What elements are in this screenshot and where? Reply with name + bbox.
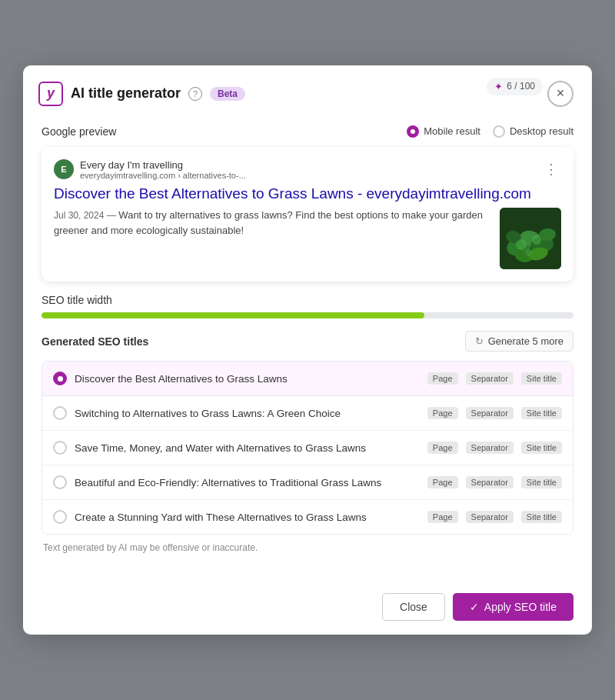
mobile-radio[interactable] — [407, 125, 419, 138]
tag-separator-0: Separator — [466, 372, 514, 385]
tag-separator-3: Separator — [466, 476, 514, 488]
credit-star-icon: ✦ — [494, 81, 503, 92]
google-preview-card: E Every day I'm travelling everydayimtra… — [42, 147, 573, 282]
apply-label: Apply SEO title — [484, 601, 557, 613]
ai-title-generator-modal: ✦ 6 / 100 y AI title generator ? Beta × … — [23, 65, 592, 635]
svg-point-9 — [532, 235, 541, 245]
tag-sitetitle-2: Site title — [521, 442, 562, 454]
title-options-list: Discover the Best Alternatives to Grass … — [42, 361, 573, 535]
apply-checkmark-icon: ✓ — [470, 601, 479, 613]
modal-body: Google preview Mobile result Desktop res… — [23, 118, 592, 585]
tag-separator-2: Separator — [466, 442, 514, 454]
desktop-toggle[interactable]: Desktop result — [493, 125, 573, 138]
title-radio-0[interactable] — [53, 372, 67, 385]
google-card-date: Jul 30, 2024 — [54, 210, 104, 221]
desktop-radio[interactable] — [493, 125, 505, 138]
generated-titles-label: Generated SEO titles — [42, 335, 148, 348]
google-card-body: Jul 30, 2024 — Want to try alternatives … — [54, 208, 561, 269]
tag-page-1: Page — [427, 407, 458, 419]
tag-page-0: Page — [427, 372, 458, 385]
google-preview-header: Google preview Mobile result Desktop res… — [42, 118, 573, 138]
tag-page-4: Page — [427, 511, 458, 523]
google-card-site: E Every day I'm travelling everydayimtra… — [54, 159, 246, 180]
google-card-title: Discover the Best Alternatives to Grass … — [54, 185, 561, 204]
close-footer-button[interactable]: Close — [382, 593, 445, 621]
generate-more-label: Generate 5 more — [488, 335, 563, 347]
site-name: Every day I'm travelling — [80, 159, 246, 171]
title-option-2[interactable]: Save Time, Money, and Water with Alterna… — [42, 431, 573, 465]
svg-point-8 — [516, 239, 527, 250]
title-option-3[interactable]: Beautiful and Eco-Friendly: Alternatives… — [42, 465, 573, 500]
title-radio-4[interactable] — [53, 510, 67, 524]
tag-sitetitle-1: Site title — [521, 407, 562, 419]
tag-separator-4: Separator — [466, 511, 514, 523]
seo-width-section: SEO title width — [42, 294, 573, 318]
title-option-4[interactable]: Create a Stunning Yard with These Altern… — [42, 500, 573, 534]
title-option-1[interactable]: Switching to Alternatives to Grass Lawns… — [42, 396, 573, 431]
tag-page-3: Page — [427, 476, 458, 488]
tag-separator-1: Separator — [466, 407, 514, 419]
title-radio-3[interactable] — [53, 475, 67, 489]
title-text-2: Save Time, Money, and Water with Alterna… — [75, 442, 420, 454]
mobile-label: Mobile result — [424, 125, 480, 137]
refresh-icon: ↻ — [475, 335, 484, 347]
svg-point-10 — [525, 248, 533, 256]
seo-width-label: SEO title width — [42, 294, 573, 306]
modal-footer: Close ✓ Apply SEO title — [23, 584, 592, 635]
title-text-3: Beautiful and Eco-Friendly: Alternatives… — [75, 477, 420, 488]
google-card-image — [500, 208, 561, 269]
title-text-0: Discover the Best Alternatives to Grass … — [75, 373, 420, 385]
credit-badge: ✦ 6 / 100 — [487, 78, 543, 95]
desktop-label: Desktop result — [510, 125, 573, 137]
generated-titles-header: Generated SEO titles ↻ Generate 5 more — [42, 331, 573, 352]
apply-seo-title-button[interactable]: ✓ Apply SEO title — [453, 593, 573, 621]
title-option-0[interactable]: Discover the Best Alternatives to Grass … — [42, 362, 573, 396]
google-card-description: Jul 30, 2024 — Want to try alternatives … — [54, 208, 490, 238]
view-toggle-group: Mobile result Desktop result — [407, 125, 573, 138]
modal-overlay: ✦ 6 / 100 y AI title generator ? Beta × … — [0, 0, 615, 700]
close-button[interactable]: × — [547, 81, 573, 107]
help-icon[interactable]: ? — [188, 87, 202, 101]
title-radio-1[interactable] — [53, 406, 67, 420]
seo-width-bar-background — [42, 312, 573, 318]
google-card-text: Want to try alternatives to grass lawns?… — [54, 209, 483, 236]
google-card-top: E Every day I'm travelling everydayimtra… — [54, 159, 561, 180]
modal-title: AI title generator — [71, 85, 181, 102]
google-preview-section: Google preview Mobile result Desktop res… — [42, 118, 573, 282]
more-options-icon[interactable]: ⋮ — [541, 161, 561, 178]
tag-sitetitle-3: Site title — [521, 476, 562, 488]
title-radio-2[interactable] — [53, 441, 67, 455]
title-text-1: Switching to Alternatives to Grass Lawns… — [75, 408, 420, 419]
tag-sitetitle-0: Site title — [521, 372, 562, 385]
yoast-logo: y — [38, 82, 63, 106]
beta-badge: Beta — [210, 87, 245, 101]
site-url: everydayimtravelling.com › alternatives-… — [80, 171, 246, 180]
modal-header-left: y AI title generator ? Beta — [38, 82, 245, 106]
mobile-toggle[interactable]: Mobile result — [407, 125, 480, 138]
credit-count: 6 / 100 — [507, 81, 535, 92]
tag-page-2: Page — [427, 442, 458, 454]
generate-more-button[interactable]: ↻ Generate 5 more — [465, 331, 573, 352]
title-text-4: Create a Stunning Yard with These Altern… — [75, 512, 420, 523]
google-preview-label: Google preview — [42, 125, 116, 138]
tag-sitetitle-4: Site title — [521, 511, 562, 523]
site-name-block: Every day I'm travelling everydayimtrave… — [80, 159, 246, 180]
dash: — — [107, 210, 118, 221]
ai-disclaimer: Text generated by AI may be offensive or… — [42, 542, 573, 553]
site-icon: E — [54, 159, 74, 179]
seo-width-bar-fill — [42, 312, 424, 318]
